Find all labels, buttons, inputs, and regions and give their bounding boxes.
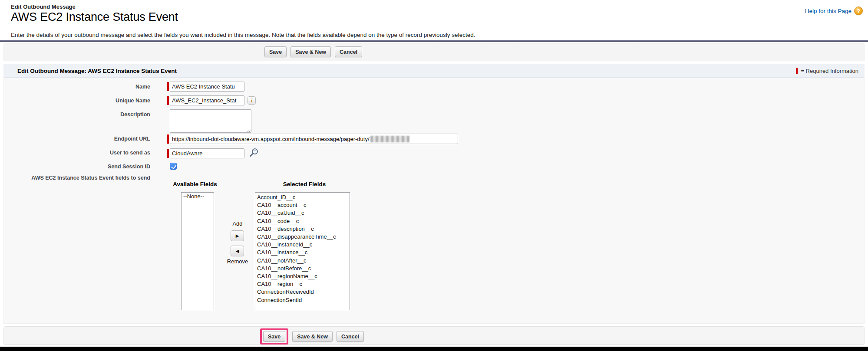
list-option[interactable]: CA10__instance__c (255, 249, 350, 256)
required-legend-text: = Required Information (801, 68, 858, 74)
save-and-new-button[interactable]: Save & New (292, 331, 333, 342)
list-option[interactable]: ConnectionSentId (255, 296, 350, 304)
required-information-legend: = Required Information (796, 68, 858, 74)
selected-fields-header: Selected Fields (272, 181, 337, 187)
help-for-this-page-link[interactable]: Help for this Page (805, 8, 851, 14)
remove-arrow-button[interactable]: ◀ (231, 246, 244, 256)
edit-form: Name Unique Name i Description Endpoint … (3, 78, 865, 324)
user-to-send-as-input[interactable] (170, 148, 244, 158)
send-session-id-checkbox[interactable] (170, 163, 177, 170)
available-fields-listbox[interactable]: --None-- (181, 192, 214, 310)
lookup-magnifier-icon[interactable] (248, 148, 260, 159)
endpoint-url-input[interactable]: https://inbound-dot-cloudaware-vm.appspo… (170, 134, 458, 144)
bottom-button-bar: Save Save & New Cancel (3, 326, 865, 345)
save-button-highlight: Save (260, 328, 288, 344)
required-bar-icon (167, 82, 169, 91)
list-option[interactable]: Account_ID__c (255, 194, 350, 201)
breadcrumb: Edit Outbound Message (11, 3, 178, 10)
list-option[interactable]: CA10__caUuid__c (255, 209, 350, 217)
send-session-id-label: Send Session ID (4, 164, 150, 170)
remove-label: Remove (223, 258, 252, 265)
list-option[interactable]: ConnectionReceivedId (255, 288, 350, 296)
section-header: Edit Outbound Message: AWS EC2 Instance … (3, 64, 865, 78)
edit-outbound-message-page: Edit Outbound Message AWS EC2 Instance S… (0, 0, 868, 351)
description-textarea[interactable] (170, 109, 251, 133)
required-bar-icon (167, 96, 169, 105)
description-label: Description (4, 112, 150, 118)
help-area: Help for this Page ? (805, 7, 863, 15)
list-option[interactable]: CA10__code__c (255, 217, 350, 225)
list-option[interactable]: CA10__region__c (255, 280, 350, 288)
list-option[interactable]: CA10__instanceId__c (255, 241, 350, 249)
endpoint-url-label: Endpoint URL (4, 136, 150, 142)
save-button[interactable]: Save (263, 331, 285, 342)
section-title: Edit Outbound Message: AWS EC2 Instance … (17, 68, 177, 74)
list-option[interactable]: CA10__description__c (255, 225, 350, 233)
add-label: Add (223, 220, 252, 227)
list-option[interactable]: CA10__account__c (255, 201, 350, 209)
cancel-button[interactable]: Cancel (337, 331, 364, 342)
top-button-bar: Save Save & New Cancel (3, 43, 865, 61)
cancel-button[interactable]: Cancel (335, 46, 362, 57)
info-icon[interactable]: i (248, 96, 256, 105)
list-option[interactable]: --None-- (182, 193, 214, 200)
add-arrow-button[interactable]: ▶ (231, 230, 244, 241)
window-bottom-edge (0, 347, 868, 351)
required-bar-icon (167, 149, 169, 158)
save-and-new-button[interactable]: Save & New (290, 46, 331, 57)
help-question-icon[interactable]: ? (854, 7, 863, 15)
page-instructions: Enter the details of your outbound messa… (11, 32, 475, 38)
page-header: Edit Outbound Message AWS EC2 Instance S… (11, 3, 178, 24)
list-option[interactable]: CA10__disappearanceTime__c (255, 233, 350, 241)
list-option[interactable]: CA10__notAfter__c (255, 257, 350, 265)
required-bar-icon (167, 134, 169, 144)
save-button[interactable]: Save (264, 46, 287, 57)
name-label: Name (4, 84, 150, 90)
user-to-send-as-label: User to send as (4, 150, 150, 156)
endpoint-url-value: https://inbound-dot-cloudaware-vm.appspo… (172, 136, 370, 142)
fields-to-send-label: AWS EC2 Instance Status Event fields to … (4, 175, 150, 181)
header-separator (0, 40, 868, 42)
page-title: AWS EC2 Instance Status Event (11, 10, 178, 24)
available-fields-header: Available Fields (162, 181, 228, 187)
selected-fields-listbox[interactable]: Account_ID__c CA10__account__c CA10__caU… (255, 192, 350, 310)
required-bar-icon (796, 68, 798, 74)
unique-name-input[interactable] (170, 95, 244, 105)
redacted-token (370, 136, 409, 142)
unique-name-label: Unique Name (4, 98, 150, 104)
name-input[interactable] (170, 82, 244, 92)
list-option[interactable]: CA10__regionName__c (255, 272, 350, 280)
list-option[interactable]: CA10__notBefore__c (255, 265, 350, 272)
